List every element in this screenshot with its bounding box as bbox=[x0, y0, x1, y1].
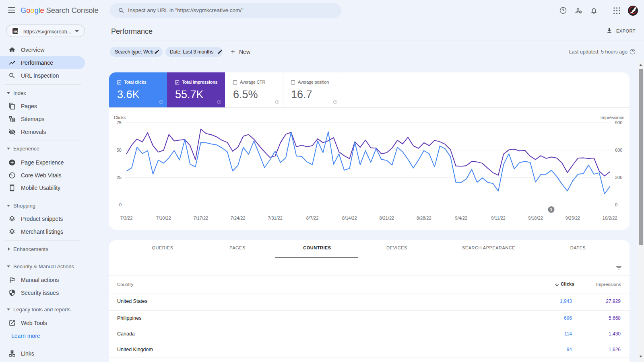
svg-text:Impressions: Impressions bbox=[601, 115, 625, 120]
svg-text:8/21/22: 8/21/22 bbox=[379, 216, 394, 220]
svg-text:7/24/22: 7/24/22 bbox=[231, 216, 246, 220]
svg-text:25: 25 bbox=[117, 175, 122, 180]
svg-text:MK: MK bbox=[14, 30, 18, 33]
svg-text:0: 0 bbox=[119, 202, 122, 207]
svg-text:900: 900 bbox=[615, 120, 622, 125]
svg-text:600: 600 bbox=[615, 148, 622, 152]
svg-text:8/28/22: 8/28/22 bbox=[417, 216, 431, 220]
svg-text:300: 300 bbox=[615, 175, 622, 180]
svg-text:50: 50 bbox=[117, 148, 122, 152]
svg-text:Clicks: Clicks bbox=[114, 115, 126, 120]
svg-text:9/25/22: 9/25/22 bbox=[565, 216, 580, 220]
svg-text:9/18/22: 9/18/22 bbox=[528, 216, 543, 220]
svg-text:9/4/22: 9/4/22 bbox=[455, 216, 467, 220]
svg-text:9/11/22: 9/11/22 bbox=[491, 216, 506, 220]
svg-text:7/17/22: 7/17/22 bbox=[193, 216, 208, 220]
svg-text:1: 1 bbox=[550, 207, 553, 212]
svg-text:10/2/22: 10/2/22 bbox=[603, 216, 617, 220]
svg-text:0: 0 bbox=[615, 202, 617, 207]
svg-text:75: 75 bbox=[117, 120, 122, 125]
svg-text:8/7/22: 8/7/22 bbox=[306, 216, 319, 220]
svg-text:7/10/22: 7/10/22 bbox=[156, 216, 171, 220]
svg-text:7/3/22: 7/3/22 bbox=[120, 216, 133, 220]
svg-text:8/14/22: 8/14/22 bbox=[342, 216, 357, 220]
svg-text:7/31/22: 7/31/22 bbox=[268, 216, 283, 220]
